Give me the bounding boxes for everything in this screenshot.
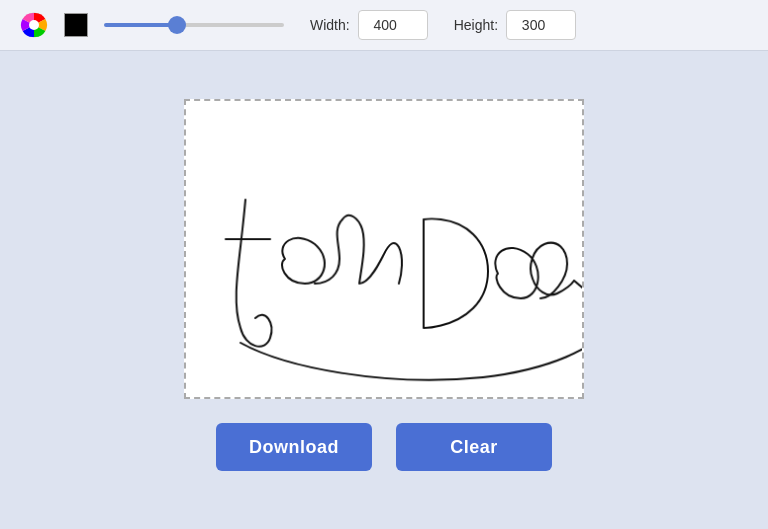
buttons-area: Download Clear: [216, 423, 552, 471]
signature-canvas[interactable]: [186, 101, 582, 397]
canvas-wrapper: [184, 99, 584, 399]
color-wheel-icon[interactable]: [20, 11, 48, 39]
download-button[interactable]: Download: [216, 423, 372, 471]
width-input[interactable]: [358, 10, 428, 40]
color-swatch[interactable]: [64, 13, 88, 37]
width-group: Width:: [310, 10, 428, 40]
height-group: Height:: [454, 10, 576, 40]
clear-button[interactable]: Clear: [396, 423, 552, 471]
height-input[interactable]: [506, 10, 576, 40]
toolbar: Width: Height:: [0, 0, 768, 51]
stroke-width-slider[interactable]: [104, 23, 284, 27]
width-label: Width:: [310, 17, 350, 33]
height-label: Height:: [454, 17, 498, 33]
svg-point-1: [29, 20, 39, 30]
main-area: Download Clear: [0, 51, 768, 529]
stroke-slider-container: [104, 23, 284, 27]
